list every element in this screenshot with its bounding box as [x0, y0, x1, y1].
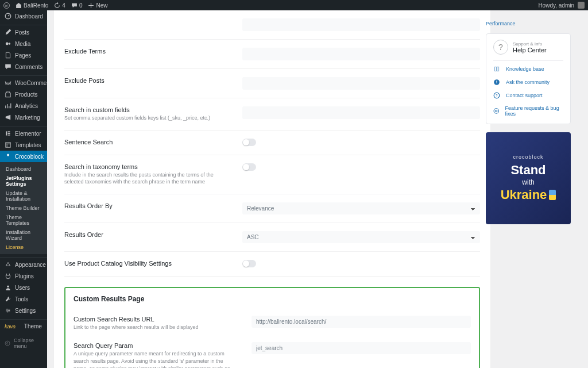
custom-results-section: Custom Results Page Custom Search Result… — [64, 287, 480, 368]
select-order-by[interactable]: Relevance — [242, 202, 480, 214]
label-query-param: Search Query Param — [74, 342, 234, 349]
link-features[interactable]: Feature requests & bug fixes — [493, 105, 563, 117]
updates-count[interactable]: 4 — [54, 2, 65, 9]
desc-query-param: A unique query parameter name meant for … — [74, 350, 234, 368]
svg-rect-6 — [7, 131, 10, 132]
sub-themebuilder[interactable]: Theme Builder — [0, 204, 47, 213]
desc-custom-fields: Set comma separated custom fields keys l… — [64, 114, 225, 122]
svg-rect-4 — [6, 93, 10, 97]
svg-point-13 — [7, 312, 9, 313]
link-knowledge-base[interactable]: Knowledge base — [493, 66, 563, 72]
sub-jetplugins[interactable]: JetPlugins Settings — [0, 174, 47, 189]
help-subtitle: Support & Info — [513, 41, 547, 47]
svg-point-14 — [5, 341, 10, 346]
menu-users[interactable]: Users — [0, 282, 47, 293]
menu-dashboard[interactable]: Dashboard — [0, 10, 47, 22]
banner-line3: Ukraine — [501, 187, 547, 202]
menu-tools[interactable]: Tools — [0, 293, 47, 305]
menu-kava-theme[interactable]: kava Theme — [0, 321, 47, 332]
input-results-url[interactable] — [252, 316, 471, 328]
menu-woocommerce[interactable]: WooCommerce — [0, 77, 47, 89]
banner-brand: crocoblock — [513, 154, 543, 160]
svg-point-3 — [9, 43, 11, 45]
toggle-sentence[interactable] — [242, 139, 256, 146]
label-exclude-terms: Exclude Terms — [64, 48, 225, 55]
ukraine-banner[interactable]: crocoblock Stand with Ukraine — [486, 132, 571, 224]
svg-point-0 — [4, 2, 10, 8]
howdy-user[interactable]: Howdy, admin — [538, 2, 574, 9]
svg-point-20 — [496, 110, 497, 112]
banner-line1: Stand — [510, 163, 546, 177]
sub-dashboard[interactable]: Dashboard — [0, 164, 47, 174]
menu-crocoblock[interactable]: Crocoblock — [0, 151, 47, 162]
label-taxonomy: Search in taxonomy terms — [64, 163, 225, 170]
menu-comments[interactable]: Comments — [0, 61, 47, 72]
help-center-card: ? Support & Info Help Center Knowledge b… — [486, 33, 571, 124]
toggle-taxonomy[interactable] — [242, 163, 256, 171]
input-custom-fields[interactable] — [242, 106, 480, 119]
menu-media[interactable]: Media — [0, 38, 47, 49]
input-query-param[interactable] — [252, 342, 471, 354]
svg-rect-7 — [7, 133, 10, 134]
menu-plugins[interactable]: Plugins — [0, 270, 47, 282]
label-exclude-posts: Exclude Posts — [64, 77, 225, 84]
link-community[interactable]: fAsk the community — [493, 79, 563, 86]
menu-pages[interactable]: Pages — [0, 49, 47, 61]
toggle-catalog-vis[interactable] — [242, 260, 256, 267]
new-content[interactable]: New — [88, 2, 107, 9]
label-catalog-vis: Use Product Catalog Visibility Settings — [64, 260, 225, 267]
menu-appearance[interactable]: Appearance — [0, 259, 47, 270]
wp-logo[interactable] — [3, 2, 10, 9]
label-order-by: Results Order By — [64, 202, 225, 209]
sub-license[interactable]: License — [0, 243, 47, 252]
svg-rect-9 — [6, 143, 10, 147]
menu-analytics[interactable]: Analytics — [0, 100, 47, 112]
svg-rect-8 — [7, 135, 10, 135]
ribbon-icon — [549, 190, 556, 200]
field-placeholder[interactable] — [242, 18, 480, 31]
svg-text:?: ? — [496, 94, 498, 97]
sub-install-wizard[interactable]: Installation Wizard — [0, 228, 47, 243]
label-custom-fields: Search in custom fields — [64, 106, 225, 113]
menu-posts[interactable]: Posts — [0, 26, 47, 38]
avatar[interactable] — [578, 2, 585, 9]
banner-line2: with — [522, 178, 534, 186]
svg-point-2 — [6, 43, 9, 45]
menu-settings[interactable]: Settings — [0, 305, 47, 316]
link-support[interactable]: ?Contact support — [493, 92, 563, 99]
submenu-crocoblock: Dashboard JetPlugins Settings Update & I… — [0, 162, 47, 254]
svg-text:f: f — [496, 80, 497, 84]
performance-link[interactable]: Performance — [486, 21, 571, 26]
input-exclude-terms[interactable] — [242, 48, 480, 60]
comments-count[interactable]: 0 — [71, 2, 83, 9]
help-icon: ? — [493, 40, 508, 55]
menu-products[interactable]: Products — [0, 89, 47, 100]
help-title: Help Center — [513, 47, 547, 53]
svg-rect-5 — [6, 131, 7, 135]
sub-themetemplates[interactable]: Theme Templates — [0, 213, 47, 228]
menu-elementor[interactable]: Elementor — [0, 128, 47, 139]
select-order[interactable]: ASC — [242, 231, 480, 243]
svg-point-12 — [9, 310, 10, 311]
desc-results-url: Link to the page where search results wi… — [74, 324, 234, 331]
input-exclude-posts[interactable] — [242, 77, 480, 90]
label-order: Results Order — [64, 231, 225, 238]
menu-marketing[interactable]: Marketing — [0, 112, 47, 123]
svg-point-19 — [494, 109, 498, 113]
desc-taxonomy: Include in the search results the posts … — [64, 171, 225, 186]
section-title: Custom Results Page — [74, 295, 471, 303]
site-name[interactable]: BaliRento — [16, 2, 48, 9]
svg-point-10 — [7, 285, 9, 288]
collapse-menu[interactable]: Collapse menu — [0, 335, 47, 351]
label-sentence: Sentence Search — [64, 139, 225, 145]
svg-point-11 — [6, 309, 7, 310]
label-results-url: Custom Search Results URL — [74, 316, 234, 323]
sub-update[interactable]: Update & Installation — [0, 189, 47, 204]
menu-templates[interactable]: Templates — [0, 139, 47, 151]
